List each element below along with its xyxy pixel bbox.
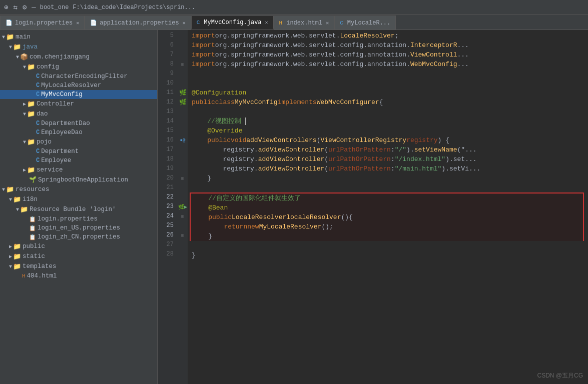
refresh-icon[interactable]: ⊕ — [4, 3, 8, 12]
tab-label: login.properties — [15, 20, 73, 26]
sidebar-item-label: CharacterEncodingFilter — [41, 73, 128, 80]
gear-icon[interactable]: ⚙ — [23, 3, 27, 12]
string-literal: "/main.html" — [395, 164, 442, 174]
call-end: (); — [321, 222, 333, 232]
line-25: 25 — [158, 221, 174, 230]
tab-application-props[interactable]: 📄 application.properties ✕ — [85, 16, 191, 30]
sidebar-item-public[interactable]: ▶ 📁 public — [0, 242, 157, 252]
sidebar-item-label: Department — [41, 148, 79, 155]
tab-close-icon[interactable]: ✕ — [265, 20, 268, 26]
gutter-22 — [178, 192, 188, 202]
class-name: MyLocaleResolver — [259, 222, 322, 232]
class-name: LocaleResolver — [232, 212, 286, 222]
sidebar-item-java[interactable]: ▼ 📁 java — [0, 42, 157, 52]
sidebar-item-login-properties[interactable]: 📋 login.properties — [0, 214, 157, 224]
project-name: boot_one — [40, 4, 69, 11]
sidebar-item-Employee[interactable]: C Employee — [0, 156, 157, 165]
method-name: localeResolver — [286, 212, 341, 222]
package-name: org.springframework.web.servlet. — [215, 31, 340, 40]
code-truncate: ... — [457, 60, 469, 69]
keyword-import: import — [192, 60, 215, 69]
folder-icon: 📁 — [13, 43, 21, 51]
sidebar-item-Department[interactable]: C Department — [0, 147, 157, 156]
sidebar-item-404-html[interactable]: H 404.html — [0, 272, 157, 280]
minimize-icon[interactable]: — — [32, 4, 36, 12]
sidebar-item-MyMvcConfig[interactable]: C MyMvcConfig — [0, 90, 157, 99]
java-class-icon: C — [36, 129, 40, 136]
tab-mymvcconfig[interactable]: C MyMvcConfig.java ✕ — [191, 16, 274, 30]
gutter-5 — [178, 31, 188, 40]
keyword-public: public — [193, 212, 232, 222]
code-line-16: public void addViewControllers ( ViewCon… — [192, 136, 584, 145]
sidebar-item-login-zh-cn[interactable]: 📋 login_zh_CN.properties — [0, 232, 157, 242]
tab-mylocale[interactable]: C MyLocaleR... — [334, 16, 396, 30]
folder-icon: 📁 — [27, 63, 35, 71]
code-line-8: import org.springframework.web.servlet.c… — [192, 60, 584, 69]
code-line-7: import org.springframework.web.servlet.c… — [192, 50, 584, 60]
line-28: 28 — [158, 250, 174, 259]
spring-icon: 🌱 — [29, 176, 37, 184]
class-name: WebMvcConfigurer — [317, 98, 379, 107]
keyword-public: public — [192, 98, 215, 107]
code-line-13 — [192, 107, 584, 116]
sidebar-item-main[interactable]: ▼ 📁 main — [0, 32, 157, 42]
sidebar-item-label: public — [23, 243, 45, 250]
gutter-27 — [178, 240, 188, 250]
closing-brace: } — [192, 174, 211, 183]
code-line-5: import org.springframework.web.servlet.L… — [192, 31, 584, 40]
sidebar-item-dao[interactable]: ▼ 📁 dao — [0, 109, 157, 119]
tab-close-icon[interactable]: ✕ — [326, 20, 329, 26]
indent — [193, 203, 208, 212]
package-name: org.springframework.web.servlet.config.a… — [215, 60, 410, 69]
folder-icon: 📁 — [27, 110, 35, 118]
sidebar-item-label: EmployeeDao — [41, 129, 83, 136]
code-args: ("... — [457, 145, 477, 154]
sidebar-item-com-chenjiangang[interactable]: ▼ 📦 com.chenjiangang — [0, 52, 157, 62]
sidebar-item-config[interactable]: ▼ 📁 config — [0, 62, 157, 72]
sidebar-item-DepartmentDao[interactable]: C DepartmentDao — [0, 119, 157, 128]
code-content[interactable]: import org.springframework.web.servlet.L… — [188, 30, 588, 384]
expand-arrow: ▼ — [2, 34, 5, 40]
sidebar-item-label: com.chenjiangang — [30, 54, 90, 60]
class-name: MyMvcConfig — [235, 98, 278, 107]
comment: //视图控制 — [207, 116, 246, 126]
java-icon: C — [340, 20, 343, 26]
sidebar-item-CharacterEncodingFilter[interactable]: C CharacterEncodingFilter — [0, 72, 157, 81]
sidebar-item-pojo[interactable]: ▼ 📁 pojo — [0, 137, 157, 147]
line-12: 12 — [158, 98, 174, 107]
tab-close-icon[interactable]: ✕ — [183, 20, 186, 26]
sidebar-item-EmployeeDao[interactable]: C EmployeeDao — [0, 128, 157, 137]
gutter-16: ●@ — [178, 136, 188, 145]
props-icon: 📋 — [29, 216, 36, 222]
code-line-18: registry. addViewController ( urlPathOrP… — [192, 154, 584, 164]
sidebar-item-service[interactable]: ▶ 📁 service — [0, 165, 157, 175]
class-name: InterceptorR — [410, 40, 457, 50]
split-icon[interactable]: ⇆ — [13, 3, 17, 12]
sidebar-item-i18n[interactable]: ▼ 📁 i18n — [0, 194, 157, 204]
gutter-26: ⊞ — [178, 230, 188, 240]
paren-brace: ) { — [438, 136, 449, 145]
sidebar-item-login-en-us[interactable]: 📋 login_en_US.properties — [0, 224, 157, 232]
sidebar-item-Controller[interactable]: ▶ 📁 Controller — [0, 99, 157, 109]
line-16: 16 — [158, 136, 174, 145]
gutter-17 — [178, 145, 188, 154]
code-line-26: } — [193, 232, 583, 241]
sidebar-item-SpringbootOneApplication[interactable]: 🌱 SpringbootOneApplication — [0, 175, 157, 184]
sidebar-item-resource-bundle[interactable]: ▼ 📁 Resource Bundle 'login' — [0, 204, 157, 214]
sidebar-item-templates[interactable]: ▼ 📁 templates — [0, 262, 157, 272]
gutter-9 — [178, 69, 188, 78]
sidebar-item-static[interactable]: ▶ 📁 static — [0, 252, 157, 262]
title-bar: ⊕ ⇆ ⚙ — boot_one F:\idea_code\IdeaProjec… — [0, 0, 588, 15]
tab-login-props[interactable]: 📄 login.properties ✕ — [0, 16, 85, 30]
sidebar-item-MyLocaleResolver[interactable]: C MyLocaleResolver — [0, 81, 157, 90]
code-line-12: public class MyMvcConfig implements WebM… — [192, 98, 584, 107]
sidebar-item-label: SpringbootOneApplication — [38, 176, 128, 184]
code-line-27 — [192, 241, 584, 250]
tab-index-html[interactable]: H index.html ✕ — [274, 16, 335, 30]
sidebar-item-resources[interactable]: ▼ 📁 resources — [0, 184, 157, 194]
gutter-24: ⊞ — [178, 212, 188, 221]
tab-close-icon[interactable]: ✕ — [76, 20, 79, 26]
code-line-22: //自定义的国际化组件就生效了 — [193, 194, 583, 203]
sidebar-item-label: config — [37, 64, 59, 70]
java-class-icon: C — [36, 157, 40, 164]
